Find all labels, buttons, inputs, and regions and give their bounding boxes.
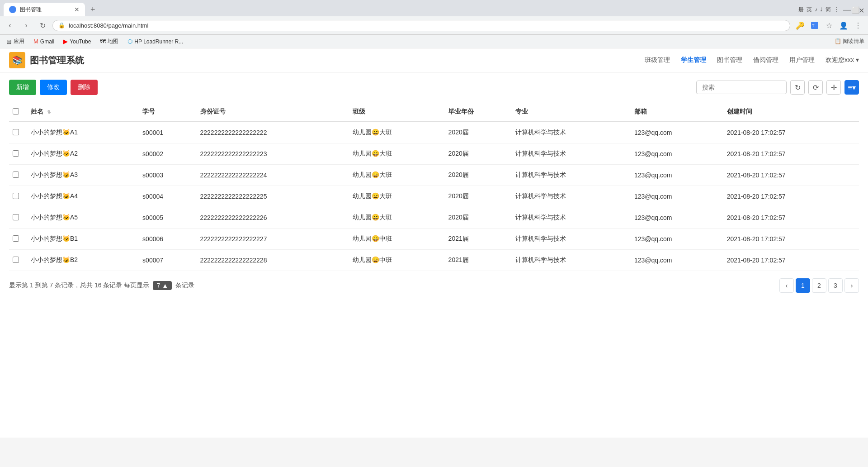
row-checkbox-cell xyxy=(9,207,27,229)
row-checkbox-0[interactable] xyxy=(13,129,19,135)
row-name-4: 小小的梦想🐱A5 xyxy=(27,207,139,229)
row-checkbox-6[interactable] xyxy=(13,257,19,263)
col-header-email: 邮箱 xyxy=(631,102,723,122)
row-major-0: 计算机科学与技术 xyxy=(512,122,631,143)
app-logo: 📚 图书管理系统 xyxy=(9,52,84,68)
table-row: 小小的梦想🐱A4 s00004 2222222222222222225 幼儿园😄… xyxy=(9,186,859,207)
per-page-arrow: ▲ xyxy=(162,282,168,289)
ext-icon-5[interactable]: 简 xyxy=(826,6,831,14)
row-checkbox-cell xyxy=(9,122,27,143)
address-bar[interactable]: 🔒 localhost:8080/page/main.html xyxy=(52,20,790,31)
pagination-controls: ‹ 1 2 3 › xyxy=(779,278,859,293)
data-table: 姓名 ⇅ 学号 身份证号 班级 毕业年份 专业 邮箱 创建时间 小小的梦想🐱A1… xyxy=(9,102,859,271)
row-checkbox-1[interactable] xyxy=(13,150,19,157)
ext-icon-2[interactable]: 英 xyxy=(807,6,812,14)
table-row: 小小的梦想🐱A2 s00002 2222222222222222223 幼儿园😄… xyxy=(9,143,859,165)
row-class-2: 幼儿园😄大班 xyxy=(349,165,445,186)
youtube-icon: ▶ xyxy=(63,38,68,45)
row-id-card-3: 2222222222222222225 xyxy=(197,186,349,207)
select-all-checkbox[interactable] xyxy=(13,108,19,114)
address-secure-icon: 🔒 xyxy=(58,22,65,29)
nav-user-management[interactable]: 用户管理 xyxy=(789,56,815,64)
row-checkbox-4[interactable] xyxy=(13,214,19,220)
browser-tab[interactable]: 图书管理 ✕ xyxy=(4,3,85,16)
profile-icon-btn[interactable]: 👤 xyxy=(837,19,850,32)
row-checkbox-5[interactable] xyxy=(13,235,19,242)
key-icon-btn[interactable]: 🔑 xyxy=(794,19,807,32)
row-major-3: 计算机科学与技术 xyxy=(512,186,631,207)
nav-book-management[interactable]: 图书管理 xyxy=(717,56,742,64)
action-toolbar: 新增 修改 删除 ↻ ⟳ ✛ ≡▾ xyxy=(9,80,859,95)
bookmark-youtube-label: YouTube xyxy=(70,38,91,45)
tab-favicon xyxy=(9,6,16,13)
row-class-1: 幼儿园😄大班 xyxy=(349,143,445,165)
row-email-6: 123@qq.com xyxy=(631,250,723,271)
row-grad-year-0: 2020届 xyxy=(445,122,512,143)
main-content: 新增 修改 删除 ↻ ⟳ ✛ ≡▾ xyxy=(0,72,868,307)
search-input[interactable] xyxy=(696,81,787,94)
new-tab-button[interactable]: + xyxy=(87,4,99,15)
browser-forward-button[interactable]: › xyxy=(20,19,33,32)
bookmark-hp[interactable]: ⬡ HP LoadRunner R... xyxy=(125,37,186,46)
settings-button[interactable]: ✛ xyxy=(826,80,841,95)
nav-borrow-management[interactable]: 借阅管理 xyxy=(753,56,778,64)
gmail-icon: M xyxy=(33,38,38,45)
pagination-next-button[interactable]: › xyxy=(844,278,859,293)
columns-button[interactable]: ≡▾ xyxy=(844,80,859,95)
row-email-2: 123@qq.com xyxy=(631,165,723,186)
row-email-5: 123@qq.com xyxy=(631,229,723,250)
app-nav: 班级管理 学生管理 图书管理 借阅管理 用户管理 欢迎您xxx ▾ xyxy=(645,56,859,64)
window-minimize-button[interactable]: — xyxy=(843,5,852,14)
ext-icon-1[interactable]: 册 xyxy=(798,6,804,14)
row-email-0: 123@qq.com xyxy=(631,122,723,143)
bookmark-gmail[interactable]: M Gmail xyxy=(31,37,57,46)
pagination-page-2[interactable]: 2 xyxy=(812,278,826,293)
row-checkbox-3[interactable] xyxy=(13,193,19,199)
refresh-button[interactable]: ↻ xyxy=(790,80,805,95)
bookmark-apps[interactable]: ⊞ 应用 xyxy=(4,37,27,46)
tab-close-button[interactable]: ✕ xyxy=(74,6,80,13)
row-email-4: 123@qq.com xyxy=(631,207,723,229)
row-class-0: 幼儿园😄大班 xyxy=(349,122,445,143)
row-checkbox-2[interactable] xyxy=(13,172,19,178)
row-class-6: 幼儿园😄中班 xyxy=(349,250,445,271)
translate-icon-btn[interactable]: T xyxy=(808,19,821,32)
pagination-page-1[interactable]: 1 xyxy=(796,278,810,293)
col-header-class: 班级 xyxy=(349,102,445,122)
bookmark-icon-btn[interactable]: ☆ xyxy=(823,19,835,32)
edit-button[interactable]: 修改 xyxy=(40,80,67,95)
row-checkbox-cell xyxy=(9,165,27,186)
browser-reload-button[interactable]: ↻ xyxy=(36,19,49,32)
pagination-area: 显示第 1 到第 7 条记录，总共 16 条记录 每页显示 7 ▲ 条记录 ‹ … xyxy=(9,271,859,300)
delete-button[interactable]: 删除 xyxy=(71,80,98,95)
row-class-5: 幼儿园😄中班 xyxy=(349,229,445,250)
reading-list[interactable]: 📋 阅读清单 xyxy=(835,38,864,45)
pagination-page-3[interactable]: 3 xyxy=(828,278,843,293)
menu-icon-btn[interactable]: ⋮ xyxy=(852,19,864,32)
col-header-student-id: 学号 xyxy=(139,102,196,122)
nav-class-management[interactable]: 班级管理 xyxy=(645,56,670,64)
bookmark-maps[interactable]: 🗺 地图 xyxy=(97,37,121,46)
row-created-at-4: 2021-08-20 17:02:57 xyxy=(723,207,859,229)
row-major-5: 计算机科学与技术 xyxy=(512,229,631,250)
row-student-id-6: s00007 xyxy=(139,250,196,271)
per-page-select[interactable]: 7 ▲ xyxy=(153,281,172,290)
nav-student-management[interactable]: 学生管理 xyxy=(681,56,706,64)
row-created-at-6: 2021-08-20 17:02:57 xyxy=(723,250,859,271)
bookmark-youtube[interactable]: ▶ YouTube xyxy=(61,37,94,46)
row-name-2: 小小的梦想🐱A3 xyxy=(27,165,139,186)
sync-button[interactable]: ⟳ xyxy=(808,80,823,95)
ext-icon-4[interactable]: ♩ xyxy=(820,6,823,13)
row-major-1: 计算机科学与技术 xyxy=(512,143,631,165)
ext-icon-3[interactable]: ♪ xyxy=(815,6,817,13)
nav-welcome[interactable]: 欢迎您xxx ▾ xyxy=(826,56,859,64)
window-close-button[interactable]: ✕ xyxy=(858,6,864,13)
pagination-prev-button[interactable]: ‹ xyxy=(779,278,794,293)
browser-back-button[interactable]: ‹ xyxy=(4,19,16,32)
ext-icon-6[interactable]: ⋮ xyxy=(834,6,839,13)
table-row: 小小的梦想🐱A5 s00005 2222222222222222226 幼儿园😄… xyxy=(9,207,859,229)
row-grad-year-5: 2021届 xyxy=(445,229,512,250)
refresh-icon: ↻ xyxy=(795,83,801,92)
add-button[interactable]: 新增 xyxy=(9,80,36,95)
window-maximize-button[interactable]: ⬜ xyxy=(852,6,858,13)
